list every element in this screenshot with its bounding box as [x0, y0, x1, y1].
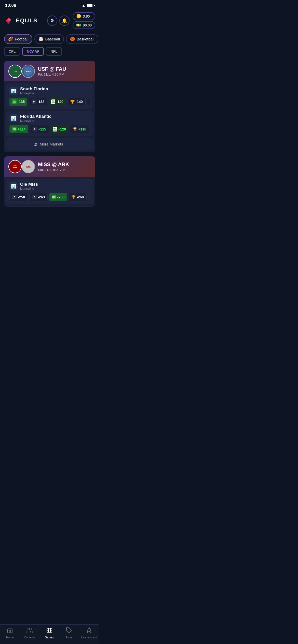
header-actions: ⚙ 🔔 🪙 3.80 💵 $0.00 [47, 12, 95, 29]
league-tab-cfl[interactable]: CFL [4, 47, 20, 56]
battery-fill [88, 4, 92, 7]
svg-text:Ole: Ole [13, 165, 16, 166]
game-info-usf-fau: USF @ FAU Fri, 11/1, 4:30 PM [38, 66, 66, 76]
miss-pb2-odds: -263 [38, 195, 45, 199]
settings-button[interactable]: ⚙ [47, 16, 57, 26]
baseball-icon: ⚾ [38, 37, 44, 41]
status-bar: 10:06 ▲ [0, 0, 99, 10]
odds-chip-sf-pb2[interactable]: P - [87, 98, 90, 106]
sf-bet365-odds: -140 [56, 100, 63, 104]
more-markets-button-usf-fau[interactable]: 🏟 More Markets › [6, 138, 93, 150]
odds-chip-miss-trophy[interactable]: 🏆 -260 [69, 193, 87, 201]
miss-trophy-odds: -260 [77, 195, 84, 199]
game-time-usf-fau: Fri, 11/1, 4:30 PM [38, 72, 66, 76]
odds-chip-sf-trophy[interactable]: 🏆 -140 [67, 98, 86, 106]
bet365-logo-fa: bet365 [53, 127, 57, 131]
trophy-logo-miss: 🏆 [71, 195, 76, 199]
coins-value: 3.80 [83, 14, 90, 18]
fa-pb1-odds: +115 [38, 127, 46, 131]
sf-pb1-odds: -132 [37, 100, 44, 104]
pb1-logo: P [32, 99, 36, 104]
fa-odds-row: DK +114 P +115 bet365 +120 🏆 +118 P + [9, 125, 90, 133]
odds-chip-sf-pb1[interactable]: P -132 [29, 98, 47, 106]
team-bet-florida-atlantic: 📊 Florida Atlantic Moneyline DK +114 P +… [6, 111, 93, 136]
market-icon: 🏟 [34, 142, 38, 146]
sport-tab-football[interactable]: 🏈 Football [4, 34, 32, 44]
football-label: Football [15, 37, 28, 41]
odds-chip-sf-bet365[interactable]: bet365 -140 [49, 98, 66, 106]
league-tab-ncaaf[interactable]: NCAAF [22, 47, 44, 56]
sport-tab-baseball[interactable]: ⚾ Baseball [34, 34, 64, 44]
sport-tabs: 🏈 Football ⚾ Baseball 🏀 Basketball 🏒 Hoc… [0, 32, 99, 46]
coins-button[interactable]: 🪙 3.80 [73, 12, 95, 20]
bar-chart-miss-icon: 📊 [9, 182, 18, 190]
sport-tab-basketball[interactable]: 🏀 Basketball [66, 34, 98, 44]
svg-text:ARK: ARK [26, 166, 31, 168]
league-tab-nfl[interactable]: NFL [46, 47, 62, 56]
wifi-icon: ▲ [82, 3, 86, 8]
equls-logo-text: EQULS [16, 17, 38, 24]
football-icon: 🏈 [8, 37, 13, 41]
miss-bet-type: Moneyline [20, 187, 38, 191]
svg-point-5 [10, 162, 20, 171]
notifications-button[interactable]: 🔔 [59, 16, 70, 26]
svg-text:USF: USF [13, 70, 18, 73]
odds-chip-sf-dk[interactable]: DK -135 [9, 98, 27, 106]
miss-dk-odds: -238 [57, 195, 64, 199]
header: EQULS ⚙ 🔔 🪙 3.80 💵 $0.00 [0, 10, 99, 32]
fau-logo: FAU [22, 65, 35, 78]
fa-bet365-odds: +120 [58, 127, 66, 131]
sf-bet-type: Moneyline [20, 92, 48, 95]
svg-text:Miss: Miss [13, 167, 17, 169]
baseball-label: Baseball [45, 37, 60, 41]
usf-logo: USF [8, 65, 22, 78]
sf-trophy-odds: -140 [76, 100, 83, 104]
team-info-miss: Ole Miss Moneyline [20, 182, 38, 191]
odds-chip-fa-dk[interactable]: DK +114 [9, 125, 28, 133]
trophy-logo-fa: 🏆 [73, 127, 77, 131]
status-time: 10:06 [5, 3, 16, 8]
game-time-miss-ark: Sat, 11/2, 9:00 AM [38, 168, 69, 172]
games-list: USF FAU USF @ FAU Fri, 11/1, 4:30 PM 📊 [0, 59, 99, 232]
game-title-miss-ark: MISS @ ARK [38, 162, 69, 167]
bet365-logo: bet365 [51, 99, 55, 104]
team-info-fa: Florida Atlantic Moneyline [20, 114, 51, 123]
team-logos-miss-ark: Ole Miss ARK [8, 160, 35, 173]
pb1-logo-miss: P [12, 195, 17, 199]
game-card-usf-fau: USF FAU USF @ FAU Fri, 11/1, 4:30 PM 📊 [4, 61, 95, 152]
wallet-area: 🪙 3.80 💵 $0.00 [73, 12, 95, 29]
odds-chip-miss-bet365[interactable]: bet365 [88, 193, 90, 201]
odds-chip-fa-bet365[interactable]: bet365 +120 [50, 125, 69, 133]
dk-logo: DK [12, 99, 17, 104]
more-markets-label: More Markets › [40, 142, 65, 146]
odds-chip-miss-pb2[interactable]: P -263 [29, 193, 48, 201]
odds-chip-miss-dk[interactable]: DK -238 [49, 193, 67, 201]
fa-bet-type: Moneyline [20, 119, 51, 123]
miss-odds-row: P -250 P -263 DK -238 🏆 -260 bet365 [9, 193, 90, 201]
florida-atlantic-name: Florida Atlantic [20, 114, 51, 119]
ole-miss-name: Ole Miss [20, 182, 38, 187]
game-title-usf-fau: USF @ FAU [38, 66, 66, 72]
pb1-logo-fa: P [33, 127, 37, 131]
bar-chart-sf-icon: 📊 [9, 87, 18, 95]
odds-chip-fa-pb1[interactable]: P +115 [30, 125, 49, 133]
team-name-row-miss: 📊 Ole Miss Moneyline [9, 182, 90, 191]
basketball-label: Basketball [77, 37, 94, 41]
odds-chip-miss-pb1[interactable]: P -250 [9, 193, 28, 201]
equls-logo-icon [4, 16, 13, 25]
money-icon: 💵 [76, 23, 81, 27]
balance-button[interactable]: 💵 $0.00 [73, 21, 95, 29]
team-bet-south-florida: 📊 South Florida Moneyline DK -135 P -132… [6, 83, 93, 109]
trophy-logo-sf: 🏆 [70, 100, 75, 104]
fa-trophy-odds: +118 [78, 127, 86, 131]
status-icons: ▲ [82, 3, 94, 8]
odds-chip-fa-trophy[interactable]: 🏆 +118 [70, 125, 89, 133]
sf-odds-row: DK -135 P -132 bet365 -140 🏆 -140 P - [9, 98, 90, 106]
game-info-miss-ark: MISS @ ARK Sat, 11/2, 9:00 AM [38, 162, 69, 172]
game-header-miss-ark: Ole Miss ARK MISS @ ARK Sat, 11/2, 9:00 … [4, 156, 95, 177]
battery-icon [87, 4, 94, 7]
south-florida-name: South Florida [20, 86, 48, 92]
basketball-icon: 🏀 [70, 37, 75, 41]
logo-area: EQULS [4, 16, 38, 25]
bar-chart-fa-icon: 📊 [9, 114, 18, 122]
